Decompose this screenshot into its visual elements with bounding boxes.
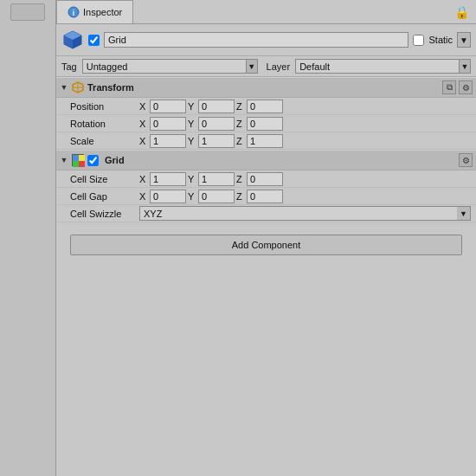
cell-size-row: Cell Size X Y Z: [56, 170, 476, 188]
cell-size-y-input[interactable]: [198, 172, 235, 186]
scale-y-input[interactable]: [198, 134, 235, 148]
position-x-input[interactable]: [150, 100, 186, 113]
object-name-input[interactable]: [104, 32, 408, 48]
inspector-tab-label: Inspector: [83, 7, 122, 17]
cell-swizzle-arrow[interactable]: ▼: [457, 206, 471, 221]
cell-size-x-input[interactable]: [150, 172, 186, 186]
transform-settings-btn[interactable]: ⚙: [459, 80, 473, 94]
rot-x-label: X: [139, 119, 148, 129]
cs-y-label: Y: [188, 174, 196, 184]
position-label: Position: [70, 101, 139, 112]
transform-section-header: ▼ Transform ⧉ ⚙: [56, 77, 476, 98]
position-z-input[interactable]: [247, 100, 283, 113]
scale-z-input[interactable]: [247, 134, 283, 148]
cell-swizzle-value[interactable]: XYZ: [139, 206, 457, 221]
add-component-row: Add Component: [56, 222, 476, 267]
layer-dropdown-arrow[interactable]: ▼: [459, 59, 471, 74]
static-label: Static: [428, 35, 453, 45]
object-active-checkbox[interactable]: [88, 35, 100, 46]
rot-y-label: Y: [188, 119, 196, 129]
lock-icon[interactable]: 🔒: [454, 0, 476, 23]
info-icon: i: [68, 6, 80, 18]
grid-foldout[interactable]: ▼: [60, 156, 68, 164]
cell-size-z-input[interactable]: [247, 172, 283, 186]
pos-y-label: Y: [188, 101, 196, 112]
inspector-tab[interactable]: i Inspector: [56, 0, 133, 23]
rotation-fields: X Y Z: [139, 117, 471, 131]
cell-gap-z-input[interactable]: [247, 190, 283, 203]
object-header: Static ▼: [56, 24, 476, 56]
grid-section-header: ▼ Grid ⚙: [56, 150, 476, 170]
transform-title: Transform: [87, 82, 439, 93]
cell-swizzle-fields: XYZ ▼: [139, 206, 471, 221]
grid-component-icon: [72, 154, 84, 166]
scale-y-label: Y: [188, 136, 196, 146]
tag-label: Tag: [61, 61, 77, 72]
rot-z-label: Z: [236, 119, 245, 129]
rotation-label: Rotation: [70, 119, 139, 129]
rotation-z-input[interactable]: [247, 117, 283, 131]
position-row: Position X Y Z: [56, 98, 476, 115]
cg-z-label: Z: [236, 191, 245, 202]
cs-z-label: Z: [236, 174, 245, 184]
scale-z-label: Z: [236, 136, 245, 146]
rotation-x-input[interactable]: [150, 117, 186, 131]
cg-x-label: X: [139, 191, 148, 202]
tag-value[interactable]: Untagged: [82, 59, 246, 74]
cs-x-label: X: [139, 174, 148, 184]
grid-active-checkbox[interactable]: [87, 155, 99, 166]
cell-size-label: Cell Size: [70, 174, 139, 184]
grid-title: Grid: [105, 155, 455, 165]
cell-gap-x-input[interactable]: [150, 190, 186, 203]
layer-label: Layer: [267, 61, 291, 72]
static-checkbox[interactable]: [413, 35, 424, 46]
cell-swizzle-label: Cell Swizzle: [70, 209, 139, 219]
position-y-input[interactable]: [198, 100, 235, 113]
scale-fields: X Y Z: [139, 134, 471, 148]
scale-row: Scale X Y Z: [56, 132, 476, 150]
scale-x-label: X: [139, 136, 148, 146]
cell-gap-label: Cell Gap: [70, 191, 139, 202]
tag-dropdown-arrow[interactable]: ▼: [246, 59, 258, 74]
scale-x-input[interactable]: [150, 134, 186, 148]
layer-value[interactable]: Default: [295, 59, 459, 74]
static-dropdown[interactable]: ▼: [457, 32, 471, 48]
cell-gap-y-input[interactable]: [198, 190, 235, 203]
transform-foldout[interactable]: ▼: [60, 83, 68, 92]
tag-layer-row: Tag Untagged ▼ Layer Default ▼: [56, 56, 476, 77]
transform-icon: [72, 81, 84, 93]
svg-text:i: i: [73, 9, 75, 17]
pos-x-label: X: [139, 101, 148, 112]
cg-y-label: Y: [188, 191, 196, 202]
left-panel-button[interactable]: [10, 3, 45, 21]
add-component-button[interactable]: Add Component: [70, 235, 462, 255]
grid-settings-btn[interactable]: ⚙: [459, 153, 473, 167]
cube-icon: [61, 29, 84, 51]
grid-actions: ⚙: [459, 153, 473, 167]
transform-copy-btn[interactable]: ⧉: [442, 80, 456, 94]
rotation-row: Rotation X Y Z: [56, 115, 476, 132]
tab-bar: i Inspector 🔒: [0, 0, 476, 24]
position-fields: X Y Z: [139, 100, 471, 113]
rotation-y-input[interactable]: [198, 117, 235, 131]
transform-actions: ⧉ ⚙: [442, 80, 473, 94]
left-panel: [0, 0, 56, 476]
cell-size-fields: X Y Z: [139, 172, 471, 186]
cell-swizzle-row: Cell Swizzle XYZ ▼: [56, 205, 476, 222]
cell-gap-row: Cell Gap X Y Z: [56, 188, 476, 205]
inspector-content: Static ▼ Tag Untagged ▼ Layer Default ▼ …: [56, 24, 476, 476]
tab-spacer: [133, 0, 454, 23]
scale-label: Scale: [70, 136, 139, 146]
pos-z-label: Z: [236, 101, 245, 112]
cell-gap-fields: X Y Z: [139, 190, 471, 203]
